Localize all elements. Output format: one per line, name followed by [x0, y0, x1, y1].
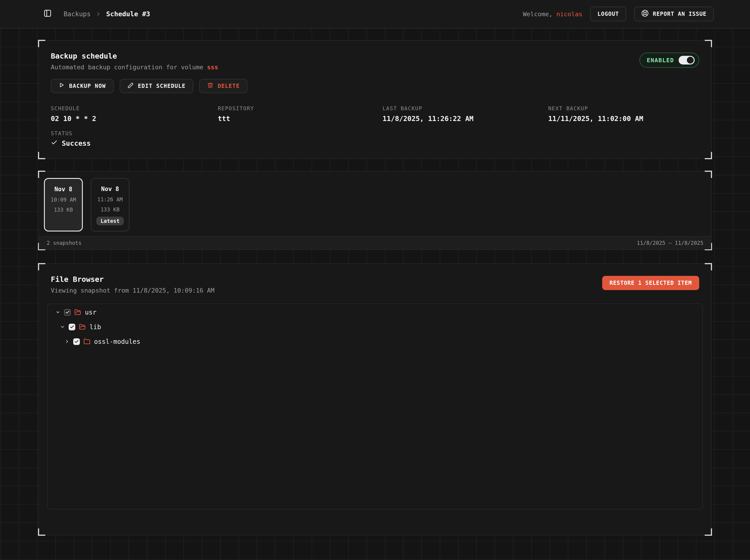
corner-bracket: [38, 152, 45, 159]
field-label: LAST BACKUP: [382, 105, 548, 112]
field-schedule: SCHEDULE 02 10 * * 2: [51, 105, 218, 123]
field-label: SCHEDULE: [51, 105, 218, 112]
volume-name: sss: [207, 64, 218, 71]
username: nicolas: [556, 11, 583, 18]
backup-schedule-panel: Backup schedule Automated backup configu…: [38, 40, 712, 159]
snapshot-list: Nov 8 10:09 AM 133 KB Nov 8 11:26 AM 133…: [39, 172, 711, 232]
snapshot-time: 11:26 AM: [91, 197, 129, 202]
corner-bracket: [38, 528, 45, 536]
field-repository: REPOSITORY ttt: [218, 105, 382, 123]
checkbox[interactable]: [68, 324, 75, 330]
snapshot-card-selected[interactable]: Nov 8 10:09 AM 133 KB: [44, 178, 83, 232]
snapshots-panel: Nov 8 10:09 AM 133 KB Nov 8 11:26 AM 133…: [38, 171, 712, 250]
field-value: ttt: [218, 115, 382, 123]
tree-row-lib[interactable]: lib: [47, 320, 703, 334]
breadcrumb-current: Schedule #3: [106, 10, 150, 18]
chevron-right-icon: [96, 11, 101, 17]
top-bar: Backups Schedule #3 Welcome, nicolas LOG…: [0, 0, 750, 28]
folder-open-icon: [74, 309, 81, 316]
checkbox[interactable]: [64, 309, 71, 316]
backup-now-button[interactable]: BACKUP NOW: [51, 79, 114, 93]
chevron-down-icon[interactable]: [55, 310, 60, 315]
field-value: 11/8/2025, 11:26:22 AM: [382, 115, 548, 123]
field-label: REPOSITORY: [218, 105, 382, 112]
file-tree: usr lib: [47, 304, 703, 509]
corner-bracket: [705, 152, 712, 159]
snapshot-count: 2 snapshots: [47, 240, 81, 246]
field-status: STATUS Success: [39, 123, 711, 147]
enabled-label: ENABLED: [647, 57, 674, 64]
field-value: 11/11/2025, 11:02:00 AM: [548, 115, 699, 123]
enabled-toggle[interactable]: ENABLED: [639, 53, 699, 68]
field-next-backup: NEXT BACKUP 11/11/2025, 11:02:00 AM: [548, 105, 699, 123]
panel-title: Backup schedule: [51, 52, 218, 60]
report-issue-button[interactable]: REPORT AN ISSUE: [634, 7, 714, 21]
snapshot-size: 133 KB: [45, 207, 82, 213]
snapshot-size: 133 KB: [91, 206, 129, 213]
chevron-down-icon[interactable]: [60, 324, 65, 329]
edit-schedule-button[interactable]: EDIT SCHEDULE: [120, 79, 194, 93]
schedule-info-grid: SCHEDULE 02 10 * * 2 REPOSITORY ttt LAST…: [39, 93, 711, 123]
delete-button[interactable]: DELETE: [199, 79, 247, 93]
snapshots-footer: 2 snapshots 11/8/2025 – 11/8/2025: [39, 236, 711, 249]
field-label: NEXT BACKUP: [548, 105, 699, 112]
panel-subtitle: Automated backup configuration for volum…: [51, 64, 218, 71]
field-last-backup: LAST BACKUP 11/8/2025, 11:26:22 AM: [382, 105, 548, 123]
pencil-icon: [127, 82, 134, 90]
toggle-switch[interactable]: [678, 56, 695, 64]
folder-icon: [83, 338, 91, 345]
snapshot-date: Nov 8: [91, 185, 129, 193]
snapshot-time: 10:09 AM: [45, 197, 82, 203]
snapshot-date-range: 11/8/2025 – 11/8/2025: [637, 240, 703, 246]
play-icon: [59, 82, 65, 90]
tree-label[interactable]: usr: [85, 308, 97, 316]
snapshot-date: Nov 8: [45, 186, 82, 193]
panel-subtitle: Viewing snapshot from 11/8/2025, 10:09:1…: [51, 287, 214, 294]
restore-button[interactable]: RESTORE 1 SELECTED ITEM: [602, 276, 699, 290]
breadcrumb-item-backups[interactable]: Backups: [64, 10, 91, 18]
logout-button[interactable]: LOGOUT: [590, 7, 626, 21]
file-browser-panel: File Browser Viewing snapshot from 11/8/…: [38, 263, 712, 535]
folder-open-icon: [79, 323, 86, 330]
latest-badge: Latest: [96, 217, 123, 225]
tree-label[interactable]: ossl-modules: [94, 338, 140, 345]
tree-label[interactable]: lib: [90, 323, 101, 331]
page: Backups Schedule #3 Welcome, nicolas LOG…: [0, 0, 750, 560]
schedule-actions: BACKUP NOW EDIT SCHEDULE DELETE: [39, 71, 711, 93]
welcome-text: Welcome, nicolas: [523, 11, 582, 18]
header-right: Welcome, nicolas LOGOUT REPORT AN ISSUE: [523, 7, 714, 21]
corner-bracket: [705, 528, 712, 536]
trash-icon: [207, 82, 214, 90]
status-value: Success: [62, 139, 91, 147]
check-icon: [51, 139, 58, 147]
sidebar-toggle-button[interactable]: [43, 9, 52, 19]
field-label: STATUS: [51, 131, 699, 136]
tree-row-usr[interactable]: usr: [47, 305, 703, 320]
life-buoy-icon: [641, 9, 649, 18]
snapshot-card[interactable]: Nov 8 11:26 AM 133 KB Latest: [91, 178, 130, 232]
breadcrumb: Backups Schedule #3: [64, 10, 150, 18]
field-value: 02 10 * * 2: [51, 115, 218, 123]
toggle-knob: [687, 57, 694, 64]
panel-left-icon: [43, 9, 52, 19]
panel-title: File Browser: [51, 275, 214, 284]
chevron-right-icon[interactable]: [64, 339, 70, 344]
checkbox[interactable]: [73, 338, 80, 345]
tree-row-ossl-modules[interactable]: ossl-modules: [47, 334, 703, 349]
